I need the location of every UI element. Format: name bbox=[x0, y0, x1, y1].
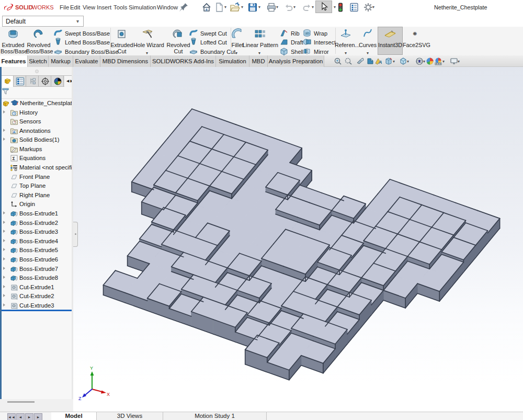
svg-text:WORKS: WORKS bbox=[32, 4, 54, 10]
svg-text:Y: Y bbox=[90, 366, 93, 371]
svg-text:Σ: Σ bbox=[13, 156, 16, 161]
svg-text:A: A bbox=[378, 60, 382, 65]
svg-text:X: X bbox=[107, 392, 110, 397]
svg-text:✺: ✺ bbox=[413, 31, 417, 37]
svg-text:SOLID: SOLID bbox=[15, 4, 33, 10]
svg-text:Z: Z bbox=[78, 396, 82, 401]
svg-text:ab: ab bbox=[305, 31, 310, 35]
svg-text:A: A bbox=[13, 130, 16, 134]
